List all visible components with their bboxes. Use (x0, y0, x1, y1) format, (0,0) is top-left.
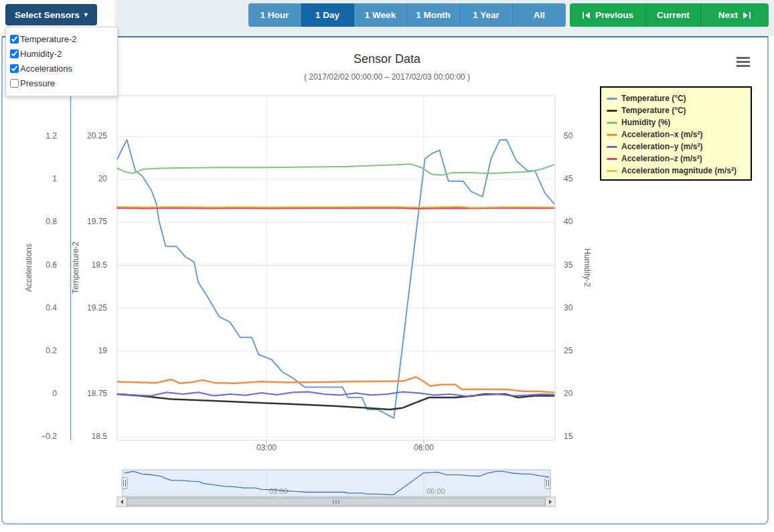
legend-item-5[interactable]: Acceleration–z (m/s²) (607, 153, 745, 165)
legend-line-sample (607, 146, 617, 148)
accel-axis-tick: −0.2 (41, 432, 57, 441)
legend-label: Temperature (°C) (621, 106, 686, 115)
legend-line-sample (607, 170, 617, 172)
temp-axis-tick: 19.5 (92, 260, 108, 270)
accel-axis-tick: 1.2 (46, 131, 57, 141)
sensor-checkbox-accelerations[interactable] (10, 64, 19, 73)
sensor-checkbox-temperature-2[interactable] (10, 35, 19, 43)
humidity-axis-tick: 40 (564, 217, 573, 226)
temp-axis-tick: 19.25 (87, 303, 107, 313)
legend-line-sample (607, 134, 617, 136)
scrollbar-right-arrow[interactable] (546, 497, 555, 507)
navigator-tick: 06:00 (427, 487, 445, 495)
navigator-right-handle[interactable] (545, 478, 550, 489)
accel-axis-tick: 0.8 (46, 217, 57, 226)
temp-axis-tick: 18.5 (92, 432, 108, 441)
series-group (118, 140, 554, 418)
legend-line-sample (607, 158, 617, 160)
sensor-option-label: Temperature-2 (20, 34, 77, 44)
export-menu-icon[interactable] (737, 57, 750, 67)
scrollbar (117, 497, 555, 507)
legend-label: Acceleration–z (m/s²) (621, 154, 702, 163)
sensor-option-temperature-2[interactable]: Temperature-2 (10, 31, 117, 46)
temp-axis-tick: 20.25 (87, 131, 107, 141)
accel-axis-tick: 0.2 (46, 346, 57, 355)
humidity-axis-tick: 35 (564, 260, 573, 270)
sensor-option-pressure[interactable]: Pressure (10, 76, 117, 90)
navigator-left-handle[interactable] (122, 478, 127, 489)
temp-axis-tick: 19 (98, 346, 108, 355)
sensor-checkbox-pressure[interactable] (10, 79, 19, 88)
sensor-option-label: Humidity-2 (20, 49, 62, 59)
accel-axis-tick: 0 (52, 389, 57, 398)
series-line-1 (118, 394, 554, 410)
legend-item-4[interactable]: Acceleration–y (m/s²) (607, 141, 745, 153)
legend-line-sample (607, 122, 617, 124)
sensor-option-accelerations[interactable]: Accelerations (10, 61, 117, 76)
accel-axis-tick: 0.4 (46, 303, 57, 313)
gridlines (117, 96, 555, 444)
sensor-checkbox-humidity-2[interactable] (10, 50, 19, 58)
x-axis-tick: 03:00 (256, 443, 277, 452)
legend-item-6[interactable]: Acceleration magnitude (m/s²) (607, 165, 745, 177)
sensor-option-humidity-2[interactable]: Humidity-2 (10, 46, 117, 61)
humidity-axis-tick: 30 (564, 303, 573, 313)
chart-legend: Temperature (°C)Temperature (°C)Humidity… (600, 86, 752, 181)
legend-item-1[interactable]: Temperature (°C) (607, 104, 745, 116)
accel-axis-tick: 1 (52, 174, 57, 183)
navigator: 03:0006:00 (122, 470, 550, 497)
sensor-option-label: Pressure (20, 78, 55, 88)
scrollbar-left-arrow[interactable] (117, 497, 127, 507)
temp-axis-tick: 20 (98, 174, 108, 183)
humidity-axis-tick: 20 (564, 389, 573, 398)
x-axis-tick: 06:00 (414, 443, 434, 452)
sensor-dropdown-menu: Temperature-2Humidity-2AccelerationsPres… (5, 27, 118, 96)
series-line-6 (118, 207, 554, 208)
humidity-axis-tick: 15 (564, 432, 573, 441)
temp-axis-tick: 18.75 (87, 389, 107, 398)
legend-item-3[interactable]: Acceleration–x (m/s²) (607, 128, 745, 141)
legend-line-sample (607, 98, 617, 100)
legend-line-sample (607, 110, 617, 112)
legend-label: Acceleration–y (m/s²) (621, 142, 702, 151)
accel-axis-tick: 0.6 (46, 260, 57, 270)
humidity-axis-tick: 45 (564, 174, 573, 183)
legend-label: Temperature (°C) (621, 94, 686, 103)
legend-item-0[interactable]: Temperature (°C) (607, 92, 745, 104)
legend-item-2[interactable]: Humidity (%) (607, 116, 745, 128)
temperature2-axis-title: Temperature-2 (71, 242, 80, 294)
humidity-axis-tick: 50 (564, 131, 573, 141)
series-line-0 (118, 140, 554, 418)
scrollbar-thumb[interactable] (127, 498, 545, 506)
sensor-option-label: Accelerations (20, 64, 72, 74)
series-line-3 (118, 377, 554, 392)
accelerations-axis-title: Accelerations (24, 244, 33, 292)
legend-label: Acceleration–x (m/s²) (621, 130, 702, 139)
humidity2-axis-title: Humidity-2 (583, 248, 592, 287)
humidity-axis-tick: 25 (564, 346, 573, 355)
temp-axis-tick: 19.75 (87, 217, 107, 226)
legend-label: Acceleration magnitude (m/s²) (621, 166, 737, 175)
legend-label: Humidity (%) (621, 118, 670, 127)
